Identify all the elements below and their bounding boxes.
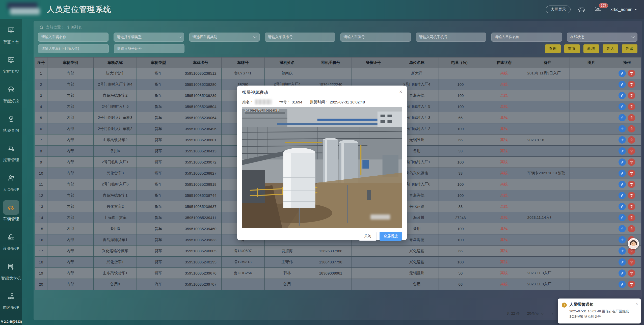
- delete-button[interactable]: [628, 114, 635, 121]
- sidebar-item-device-manage[interactable]: 设备管理: [0, 230, 22, 259]
- edit-button[interactable]: [619, 225, 626, 232]
- alarm-bell-icon[interactable]: 163: [594, 5, 604, 14]
- cell-remark: [526, 90, 570, 101]
- cell-type: 货车: [137, 101, 180, 112]
- delete-button[interactable]: [628, 214, 635, 221]
- delete-button[interactable]: [628, 181, 635, 188]
- edit-button[interactable]: [619, 92, 626, 99]
- edit-button[interactable]: [619, 114, 626, 121]
- edit-button[interactable]: [619, 203, 626, 210]
- close-button[interactable]: 关闭: [359, 232, 377, 241]
- delete-button[interactable]: [628, 103, 635, 110]
- export-button[interactable]: 导出: [622, 44, 637, 53]
- cell-idx: 14: [35, 212, 47, 223]
- edit-button[interactable]: [619, 170, 626, 177]
- delete-button[interactable]: [628, 225, 635, 232]
- online-status: 离线: [500, 138, 508, 142]
- cell-battery: 66: [439, 279, 482, 290]
- delete-button[interactable]: [628, 258, 635, 266]
- vehicle-type-select[interactable]: 请选择车辆类型: [114, 33, 184, 42]
- cell-type: 货车: [137, 234, 180, 246]
- edit-button[interactable]: [619, 158, 626, 166]
- toast-message: 2025-07-31 16:02:48 雷佰存在厂区触发 SOS报警 请及时处理: [569, 309, 631, 319]
- battery-input[interactable]: 请输入电量(小于输入值): [38, 44, 109, 53]
- cell-battery: 50: [439, 268, 482, 279]
- delete-button[interactable]: [628, 92, 635, 99]
- query-button[interactable]: 查询: [545, 44, 561, 53]
- unit-name-input[interactable]: 请输入单位名称: [491, 33, 562, 42]
- vehicle-monitor-icon[interactable]: [577, 5, 587, 14]
- edit-button[interactable]: [619, 70, 626, 77]
- reset-button[interactable]: 重置: [564, 44, 580, 53]
- edit-button[interactable]: [619, 103, 626, 110]
- page-size-select[interactable]: 20条/页: [527, 311, 544, 316]
- fullscreen-play-button[interactable]: 全屏播放: [380, 232, 402, 241]
- user-menu[interactable]: xrkc_admin: [610, 7, 637, 12]
- vehicle-name-input[interactable]: 请输入车辆名称: [38, 33, 109, 42]
- plate-no-input[interactable]: 请输入车牌号: [340, 33, 411, 42]
- service-avatar[interactable]: [628, 238, 639, 249]
- sidebar-item-alarm-manage[interactable]: 报警管理: [0, 141, 22, 171]
- online-status: 离线: [500, 282, 508, 286]
- vehicle-class-select[interactable]: 请选择车辆类别: [189, 33, 260, 42]
- cell-name: 兴化货车2: [94, 201, 137, 212]
- cell-driver: 王守伟: [264, 257, 310, 268]
- import-button[interactable]: 导入: [603, 44, 618, 53]
- close-icon[interactable]: ×: [399, 89, 402, 94]
- edit-button[interactable]: [619, 147, 626, 155]
- track-icon: [3, 112, 19, 126]
- edit-button[interactable]: [619, 214, 626, 221]
- add-button[interactable]: 新增: [583, 44, 599, 53]
- notification-badge[interactable]: 163: [599, 3, 608, 8]
- sidebar-item-track-query[interactable]: 轨迹查询: [0, 112, 22, 141]
- sidebar-item-realtime-monitor[interactable]: 实时监控: [0, 52, 22, 82]
- placeholder-text: 请选择车辆类别: [193, 35, 217, 39]
- card-no-input[interactable]: 请输入车载卡号: [265, 33, 335, 42]
- cell-card: 359510085238280: [180, 79, 221, 90]
- delete-button[interactable]: [628, 147, 635, 155]
- edit-button[interactable]: [619, 258, 626, 266]
- sidebar-item-smart-light[interactable]: 智能灯控: [0, 82, 22, 112]
- delete-button[interactable]: [628, 136, 635, 144]
- cell-type: 货车: [137, 201, 180, 212]
- edit-button[interactable]: [619, 192, 626, 199]
- placeholder-text: 请输入车牌号: [344, 35, 365, 39]
- cell-remark: [526, 157, 570, 168]
- cell-phone: [310, 68, 352, 79]
- cell-type: 货车: [137, 134, 180, 146]
- table-row: 19内部山东禹钦货车1货车359510085239676鲁UHB256韩林183…: [35, 268, 641, 279]
- edit-button[interactable]: [619, 269, 626, 277]
- edit-button[interactable]: [619, 136, 626, 144]
- cell-idno: [352, 246, 395, 257]
- cell-plate: 鲁BB9313: [221, 257, 264, 268]
- sidebar-item-smart-platform[interactable]: 智慧平台: [0, 23, 22, 52]
- delete-button[interactable]: [628, 170, 635, 177]
- cell-idx: 16: [35, 234, 47, 246]
- sidebar-item-person-manage[interactable]: 人员管理: [0, 171, 22, 200]
- lamp-icon: [3, 82, 19, 97]
- delete-button[interactable]: [628, 125, 635, 132]
- prev-page-button[interactable]: ‹: [551, 312, 553, 315]
- edit-button[interactable]: [619, 236, 626, 243]
- delete-button[interactable]: [628, 203, 635, 210]
- delete-button[interactable]: [628, 81, 635, 88]
- cell-category: 内部: [47, 268, 94, 279]
- delete-button[interactable]: [628, 158, 635, 166]
- delete-button[interactable]: [628, 70, 635, 77]
- sidebar-item-vehicle-manage[interactable]: 车辆管理: [0, 200, 22, 230]
- edit-button[interactable]: [619, 125, 626, 132]
- driver-phone-input[interactable]: 请输入司机手机号: [416, 33, 486, 42]
- edit-button[interactable]: [619, 181, 626, 188]
- close-icon[interactable]: ×: [636, 302, 638, 306]
- sidebar-item-card-dispenser[interactable]: 智能发卡机: [0, 259, 22, 289]
- edit-button[interactable]: [619, 81, 626, 88]
- edit-button[interactable]: [619, 281, 626, 288]
- sidebar-item-fence-manage[interactable]: 围栏管理: [0, 289, 22, 318]
- delete-button[interactable]: [628, 281, 635, 288]
- big-screen-button[interactable]: 大屏展示: [546, 6, 571, 13]
- id-no-input[interactable]: 请输入身份证号: [114, 44, 184, 53]
- edit-button[interactable]: [619, 247, 626, 255]
- delete-button[interactable]: [628, 192, 635, 199]
- delete-button[interactable]: [628, 269, 635, 277]
- online-state-select[interactable]: 在线状态: [567, 33, 637, 42]
